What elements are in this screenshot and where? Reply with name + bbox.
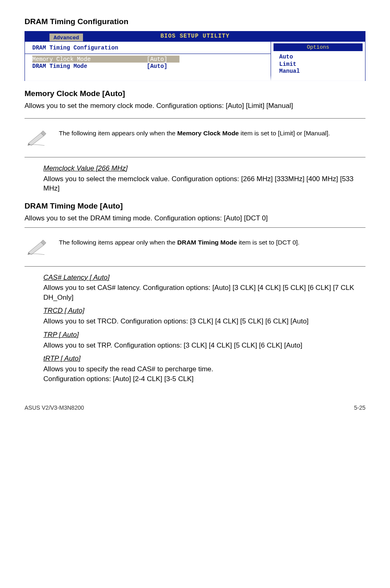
section-heading: DRAM Timing Configuration <box>25 16 365 27</box>
bios-row-value: [Auto] <box>147 56 179 63</box>
mem-clock-body: Allows you to set the memory clock mode.… <box>25 101 365 111</box>
footer-left: ASUS V2/V3-M3N8200 <box>25 404 84 412</box>
trp-body: Allows you to set TRP. Configuration opt… <box>43 341 365 350</box>
bios-header: BIOS SETUP UTILITY Advanced <box>25 31 365 41</box>
bios-option[interactable]: Manual <box>279 68 363 75</box>
page-footer: ASUS V2/V3-M3N8200 5-25 <box>25 404 365 412</box>
dram-timing-heading: DRAM Timing Mode [Auto] <box>25 201 365 211</box>
footer-right: 5-25 <box>354 404 365 412</box>
note-text: The following items appear only when the… <box>59 238 365 247</box>
pencil-note-icon <box>26 238 59 257</box>
bios-row-memory-clock[interactable]: Memory Clock Mode [Auto] <box>32 56 271 63</box>
bios-options-title: Options <box>273 43 363 52</box>
bios-option[interactable]: Limit <box>279 61 363 68</box>
bios-row-label: DRAM Timing Mode <box>32 63 147 70</box>
cas-body: Allows you to set CAS# latency. Configur… <box>43 283 365 302</box>
bios-tab-advanced[interactable]: Advanced <box>49 34 83 41</box>
trtp-title: tRTP [ Auto] <box>43 354 365 364</box>
cas-title: CAS# Latency [ Auto] <box>43 273 365 283</box>
note-text: The following item appears only when the… <box>59 129 365 138</box>
trp-block: TRP [ Auto] Allows you to set TRP. Confi… <box>25 330 365 350</box>
memclock-value-body: Allows you to select the memclock value.… <box>43 174 365 193</box>
trtp-line1: Allows you to specify the read CAS# to p… <box>43 364 365 374</box>
trtp-block: tRTP [ Auto] Allows you to specify the r… <box>25 354 365 384</box>
trcd-body: Allows you to set TRCD. Configuration op… <box>43 316 365 326</box>
trcd-title: TRCD [ Auto] <box>43 306 365 316</box>
bios-fade <box>25 75 365 81</box>
cas-latency-block: CAS# Latency [ Auto] Allows you to set C… <box>25 273 365 303</box>
dram-timing-body: Allows you to set the DRAM timing mode. … <box>25 213 365 223</box>
bios-left-pane: DRAM Timing Configuration Memory Clock M… <box>25 42 271 81</box>
pencil-note-icon <box>26 129 59 148</box>
mem-clock-heading: Memory Clock Mode [Auto] <box>25 88 365 99</box>
note-memory-clock: The following item appears only when the… <box>25 118 365 157</box>
bios-panel: BIOS SETUP UTILITY Advanced DRAM Timing … <box>25 31 365 81</box>
bios-row-value: [Auto] <box>147 63 179 70</box>
bios-row-label: Memory Clock Mode <box>32 56 147 63</box>
bios-body: DRAM Timing Configuration Memory Clock M… <box>25 41 365 81</box>
trtp-line2: Configuration options: [Auto] [2-4 CLK] … <box>43 374 365 384</box>
memclock-value-block: Memclock Value [266 MHz] Allows you to s… <box>25 164 365 193</box>
bios-row-dram-timing[interactable]: DRAM Timing Mode [Auto] <box>32 63 271 70</box>
trp-title: TRP [ Auto] <box>43 330 365 340</box>
bios-options-list: Auto Limit Manual <box>273 54 363 75</box>
bios-right-pane: Options Auto Limit Manual <box>271 42 365 81</box>
bios-title: BIOS SETUP UTILITY <box>160 32 229 40</box>
bios-option[interactable]: Auto <box>279 54 363 61</box>
memclock-value-title: Memclock Value [266 MHz] <box>43 164 365 173</box>
bios-config-title: DRAM Timing Configuration <box>32 44 271 54</box>
note-dram-timing: The following items appear only when the… <box>25 227 365 267</box>
trcd-block: TRCD [ Auto] Allows you to set TRCD. Con… <box>25 306 365 326</box>
